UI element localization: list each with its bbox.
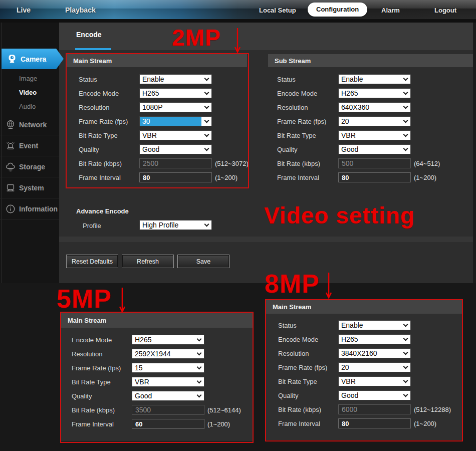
chevron-down-icon xyxy=(400,89,410,98)
bit-rate-kbps-input[interactable]: 2500 xyxy=(139,158,212,168)
bit-rate-type-select[interactable]: VBR xyxy=(132,377,204,387)
sidebar-item-storage[interactable]: Storage xyxy=(0,156,59,177)
select-value: Good xyxy=(140,145,201,154)
sidebar-item-audio[interactable]: Audio xyxy=(0,100,59,113)
quality-select[interactable]: Good xyxy=(338,144,411,154)
input-value: 3500 xyxy=(132,406,154,414)
input-value: 500 xyxy=(339,159,356,167)
input-value: 6000 xyxy=(339,405,360,413)
encode-mode-select[interactable]: H265 xyxy=(139,88,212,98)
sidebar-item-video[interactable]: Video xyxy=(0,86,59,99)
field-label: Bit Rate (kbps) xyxy=(79,160,139,167)
quality-select[interactable]: Good xyxy=(139,144,212,154)
form-row: Bit Rate TypeVBR xyxy=(79,128,249,142)
select-value: High Profile xyxy=(140,220,201,230)
frame-interval-input[interactable]: 80 xyxy=(338,418,411,428)
select-value: 15 xyxy=(132,363,194,372)
field-label: Frame Rate (fps) xyxy=(79,118,139,125)
select-value: VBR xyxy=(339,377,400,386)
chevron-down-icon xyxy=(194,349,204,358)
resolution-select[interactable]: 1080P xyxy=(139,102,212,112)
field-label: Resolution xyxy=(79,104,139,111)
quality-select[interactable]: Good xyxy=(338,390,411,400)
resolution-select[interactable]: 3840X2160 xyxy=(338,348,411,358)
chevron-down-icon xyxy=(400,75,410,84)
sub-stream-form: StatusEnableEncode ModeH265Resolution640… xyxy=(277,72,440,184)
chevron-down-icon xyxy=(201,89,211,98)
chevron-down-icon xyxy=(194,335,204,344)
nav-item-alarm[interactable]: Alarm xyxy=(381,7,400,14)
frame-rate-fps-select[interactable]: 30 xyxy=(139,116,212,126)
quality-select[interactable]: Good xyxy=(132,391,204,401)
select-value: 2592X1944 xyxy=(132,349,194,358)
form-row: Frame Interval60(1~200) xyxy=(72,417,241,431)
resolution-select[interactable]: 2592X1944 xyxy=(132,349,204,359)
encode-mode-select[interactable]: H265 xyxy=(338,88,411,98)
frame-rate-fps-select[interactable]: 20 xyxy=(338,362,411,372)
resolution-select[interactable]: 640X360 xyxy=(338,102,411,112)
field-label: Bit Rate Type xyxy=(79,132,139,139)
sidebar-item-network[interactable]: Network xyxy=(0,114,59,135)
sidebar-item-label: Video xyxy=(19,89,37,96)
panel-title: Main Stream xyxy=(68,317,106,324)
panel-title: Main Stream xyxy=(273,303,311,311)
field-label: Bit Rate (kbps) xyxy=(277,160,338,167)
sidebar-item-label: Image xyxy=(19,75,37,82)
frame-rate-fps-select[interactable]: 15 xyxy=(132,363,204,373)
save-button[interactable]: Save xyxy=(177,255,229,268)
form-row: Frame Rate (fps)20 xyxy=(278,360,451,374)
field-label: Resolution xyxy=(278,350,338,357)
profile-select[interactable]: High Profile xyxy=(139,220,212,230)
nav-item-logout[interactable]: Logout xyxy=(434,7,456,14)
sidebar-item-information[interactable]: Information xyxy=(0,198,59,219)
select-value: 1080P xyxy=(140,103,201,112)
sidebar-item-system[interactable]: System xyxy=(0,177,59,198)
chevron-down-icon xyxy=(400,321,410,330)
frame-rate-fps-select[interactable]: 20 xyxy=(338,116,411,126)
system-monitor-icon xyxy=(5,182,17,194)
nav-item-local-setup[interactable]: Local Setup xyxy=(259,7,296,14)
form-row: Encode ModeH265 xyxy=(72,333,241,347)
bit-rate-type-select[interactable]: VBR xyxy=(338,130,411,140)
field-label: Frame Interval xyxy=(277,174,338,181)
panel-title: Sub Stream xyxy=(275,57,311,65)
sidebar-item-image[interactable]: Image xyxy=(0,72,59,85)
bit-rate-type-select[interactable]: VBR xyxy=(139,130,212,140)
status-select[interactable]: Enable xyxy=(338,74,411,84)
field-label: Encode Mode xyxy=(79,90,139,97)
sidebar-item-event[interactable]: Event xyxy=(0,135,59,156)
form-row: Resolution1080P xyxy=(79,100,249,114)
tab-encode[interactable]: Encode xyxy=(76,31,102,39)
bit-rate-type-select[interactable]: VBR xyxy=(338,376,411,386)
reset-defaults-button[interactable]: Reset Defaults xyxy=(66,255,118,268)
panel-title: Main Stream xyxy=(73,57,112,65)
nav-item-configuration[interactable]: Configuration xyxy=(308,3,367,17)
input-value: 2500 xyxy=(140,159,161,167)
field-label: Quality xyxy=(278,392,338,399)
nav-item-live[interactable]: Live xyxy=(17,6,31,14)
bit-rate-kbps-input[interactable]: 6000 xyxy=(338,404,411,414)
encode-mode-select[interactable]: H265 xyxy=(338,334,411,344)
form-row: QualityGood xyxy=(79,142,249,156)
bit-rate-kbps-input[interactable]: 500 xyxy=(338,158,411,168)
range-hint: (512~12288) xyxy=(414,406,451,413)
frame-interval-input[interactable]: 60 xyxy=(132,419,204,429)
field-label: Bit Rate Type xyxy=(72,378,132,386)
form-row: Frame Rate (fps)30 xyxy=(79,114,249,128)
frame-interval-input[interactable]: 80 xyxy=(338,172,411,182)
sidebar-item-label: Audio xyxy=(19,103,36,110)
status-select[interactable]: Enable xyxy=(139,74,212,84)
encode-mode-select[interactable]: H265 xyxy=(132,335,204,345)
status-select[interactable]: Enable xyxy=(338,320,411,330)
select-value: Good xyxy=(339,391,400,400)
sidebar-item-camera[interactable]: Camera xyxy=(2,49,64,69)
select-value: H265 xyxy=(339,335,400,344)
bit-rate-kbps-input[interactable]: 3500 xyxy=(132,405,204,415)
nav-item-playback[interactable]: Playback xyxy=(65,6,96,14)
range-hint: (512~6144) xyxy=(207,406,241,414)
refresh-button[interactable]: Refresh xyxy=(122,255,174,268)
frame-interval-input[interactable]: 80 xyxy=(139,172,212,182)
select-value: 3840X2160 xyxy=(339,349,400,358)
chevron-down-icon xyxy=(400,377,410,386)
profile-label: Profile xyxy=(83,222,101,230)
